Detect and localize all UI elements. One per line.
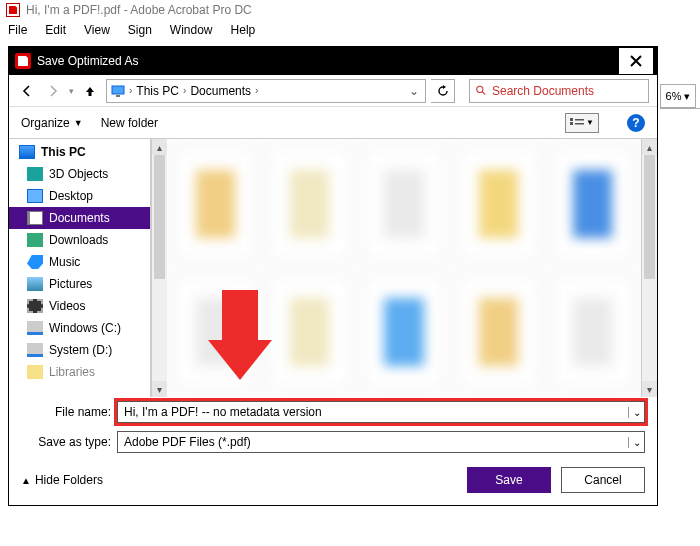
folder-thumbnail[interactable] xyxy=(364,147,444,261)
combo-dropdown-button[interactable]: ⌄ xyxy=(628,437,644,448)
menu-edit[interactable]: Edit xyxy=(45,23,66,37)
thumbnail-grid xyxy=(175,147,633,389)
hide-folders-button[interactable]: ▲ Hide Folders xyxy=(21,473,103,487)
organize-button[interactable]: Organize ▼ xyxy=(21,116,83,130)
hide-folders-label: Hide Folders xyxy=(35,473,103,487)
search-icon xyxy=(476,84,486,97)
scroll-track[interactable] xyxy=(152,155,167,381)
tree-label: Windows (C:) xyxy=(49,321,121,335)
tree-music[interactable]: Music xyxy=(9,251,150,273)
view-mode-button[interactable]: ▼ xyxy=(565,113,599,133)
scroll-down-icon[interactable]: ▾ xyxy=(642,381,657,397)
tree-drive-d[interactable]: System (D:) xyxy=(9,339,150,361)
filename-label: File name: xyxy=(21,405,111,419)
zoom-value: 6% xyxy=(666,90,682,102)
folder-thumbnail[interactable] xyxy=(553,275,633,389)
folder-icon xyxy=(27,365,43,379)
tree-scrollbar[interactable]: ▴ ▾ xyxy=(151,139,167,397)
music-icon xyxy=(27,255,43,269)
scroll-thumb[interactable] xyxy=(154,155,165,279)
folder-tree[interactable]: This PC 3D Objects Desktop Documents Dow… xyxy=(9,139,151,397)
forward-button[interactable] xyxy=(43,81,63,101)
menu-help[interactable]: Help xyxy=(231,23,256,37)
menu-view[interactable]: View xyxy=(84,23,110,37)
folder-thumbnail[interactable] xyxy=(175,275,255,389)
save-button[interactable]: Save xyxy=(467,467,551,493)
tree-downloads[interactable]: Downloads xyxy=(9,229,150,251)
chevron-down-icon: ▾ xyxy=(684,90,690,103)
video-icon xyxy=(27,299,43,313)
back-button[interactable] xyxy=(17,81,37,101)
save-label: Save xyxy=(495,473,522,487)
tree-desktop[interactable]: Desktop xyxy=(9,185,150,207)
tree-3d-objects[interactable]: 3D Objects xyxy=(9,163,150,185)
menu-sign[interactable]: Sign xyxy=(128,23,152,37)
folder-thumbnail[interactable] xyxy=(269,147,349,261)
download-icon xyxy=(27,233,43,247)
tree-label: Libraries xyxy=(49,365,95,379)
scroll-up-icon[interactable]: ▴ xyxy=(152,139,167,155)
tree-label: Music xyxy=(49,255,80,269)
folder-thumbnail[interactable] xyxy=(269,275,349,389)
crumb-documents[interactable]: Documents xyxy=(190,84,251,98)
new-folder-button[interactable]: New folder xyxy=(101,116,158,130)
filename-row: File name: ⌄ xyxy=(9,397,657,427)
menu-window[interactable]: Window xyxy=(170,23,213,37)
combo-dropdown-button[interactable]: ⌄ xyxy=(628,407,644,418)
folder-thumbnail[interactable] xyxy=(364,275,444,389)
panel-divider xyxy=(660,108,700,109)
chevron-right-icon: › xyxy=(129,85,132,96)
tree-drive-c[interactable]: Windows (C:) xyxy=(9,317,150,339)
folder-thumbnail[interactable] xyxy=(553,147,633,261)
scroll-thumb[interactable] xyxy=(644,155,655,279)
tree-label: System (D:) xyxy=(49,343,112,357)
tree-videos[interactable]: Videos xyxy=(9,295,150,317)
crumb-this-pc[interactable]: This PC xyxy=(136,84,179,98)
svg-rect-6 xyxy=(575,123,584,125)
organize-label: Organize xyxy=(21,116,70,130)
svg-rect-1 xyxy=(116,95,120,97)
tree-label: Videos xyxy=(49,299,85,313)
cancel-button[interactable]: Cancel xyxy=(561,467,645,493)
files-scrollbar[interactable]: ▴ ▾ xyxy=(641,139,657,397)
search-box[interactable] xyxy=(469,79,649,103)
folder-thumbnail[interactable] xyxy=(458,275,538,389)
filename-input[interactable] xyxy=(118,405,628,419)
refresh-button[interactable] xyxy=(431,79,455,103)
scroll-up-icon[interactable]: ▴ xyxy=(642,139,657,155)
svg-rect-0 xyxy=(112,86,124,94)
tree-pictures[interactable]: Pictures xyxy=(9,273,150,295)
tree-this-pc[interactable]: This PC xyxy=(9,141,150,163)
tree-label: Documents xyxy=(49,211,110,225)
chevron-right-icon: › xyxy=(255,85,258,96)
refresh-icon xyxy=(436,84,450,98)
tree-libraries[interactable]: Libraries xyxy=(9,361,150,383)
zoom-dropdown[interactable]: 6% ▾ xyxy=(660,84,696,108)
filetype-combo[interactable]: ⌄ xyxy=(117,431,645,453)
file-list[interactable] xyxy=(167,139,641,397)
svg-rect-3 xyxy=(570,118,573,121)
menu-file[interactable]: File xyxy=(8,23,27,37)
tree-label: 3D Objects xyxy=(49,167,108,181)
close-button[interactable] xyxy=(619,48,653,74)
help-button[interactable]: ? xyxy=(627,114,645,132)
filetype-label: Save as type: xyxy=(21,435,111,449)
filename-combo[interactable]: ⌄ xyxy=(117,401,645,423)
breadcrumb[interactable]: › This PC › Documents › ⌄ xyxy=(106,79,426,103)
chevron-down-icon: ▼ xyxy=(74,118,83,128)
app-titlebar: Hi, I'm a PDF!.pdf - Adobe Acrobat Pro D… xyxy=(0,0,700,20)
folder-thumbnail[interactable] xyxy=(175,147,255,261)
up-button[interactable] xyxy=(80,81,100,101)
breadcrumb-dropdown[interactable]: ⌄ xyxy=(407,84,421,98)
recent-locations-dropdown[interactable]: ▾ xyxy=(69,86,74,96)
folder-thumbnail[interactable] xyxy=(458,147,538,261)
scroll-down-icon[interactable]: ▾ xyxy=(152,381,167,397)
drive-icon xyxy=(27,321,43,335)
search-input[interactable] xyxy=(492,84,642,98)
tree-documents[interactable]: Documents xyxy=(9,207,150,229)
app-title: Hi, I'm a PDF!.pdf - Adobe Acrobat Pro D… xyxy=(26,3,252,17)
filetype-input[interactable] xyxy=(118,435,628,449)
tree-label: Pictures xyxy=(49,277,92,291)
document-icon xyxy=(27,211,43,225)
scroll-track[interactable] xyxy=(642,155,657,381)
